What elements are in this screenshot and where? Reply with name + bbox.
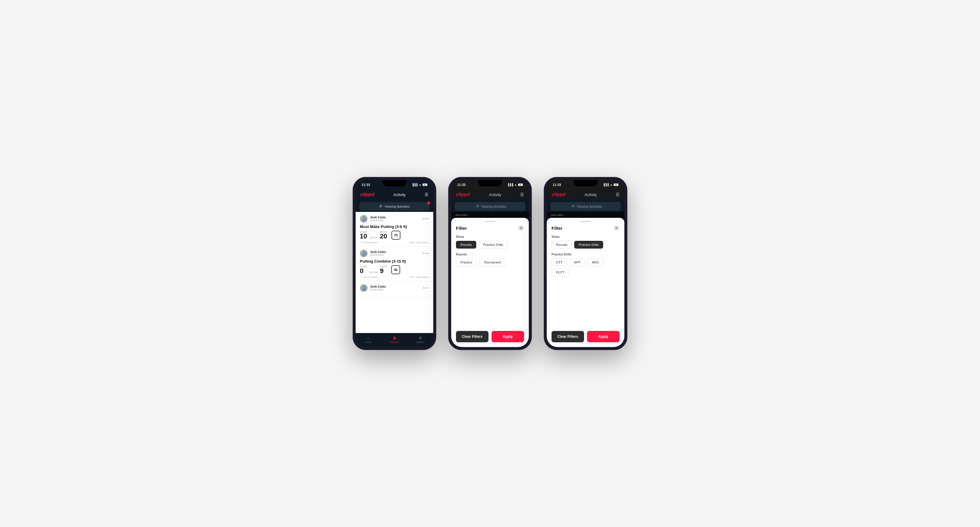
app-header-2: clippd Activity ☰ — [451, 189, 529, 200]
wifi-icon-2: ▲ — [514, 183, 517, 186]
phone-2: 11:33 ▐▐▐ ▲ 51 clippd Activity ☰ ⚙ Viewi… — [448, 177, 532, 350]
apply-button-2[interactable]: Apply — [492, 331, 524, 342]
card-title-2: Putting Combine (3-15 ft) — [360, 259, 429, 264]
card-footer-2: ⓘ Test Information Data: Clippd Capture — [360, 275, 429, 278]
avatar-2: 🏌 — [360, 249, 368, 257]
tournament-chip-2[interactable]: Tournament — [479, 259, 506, 266]
viewing-banner-text-3: Viewing Activities — [577, 205, 602, 208]
time-3: 11:33 — [553, 183, 561, 187]
viewing-activities-banner-1[interactable]: ⚙ Viewing Activities — [359, 202, 430, 211]
shots-group-1: Shots 20 — [380, 231, 387, 240]
user-details-1: Josh Coles 28 Feb 2023 — [370, 216, 386, 222]
apply-button-3[interactable]: Apply — [587, 331, 620, 342]
filter-title-3: Filter — [552, 225, 563, 231]
score-value-2: 0 — [360, 268, 367, 274]
status-bar-3: 11:33 ▐▐▐ ▲ 51 — [547, 180, 624, 189]
viewing-banner-text-2: Viewing Activities — [481, 205, 506, 208]
logo-2: clippd — [456, 192, 470, 197]
status-icons-2: ▐▐▐ ▲ 51 — [508, 183, 523, 186]
more-dots-3[interactable]: ••• — [423, 286, 429, 290]
bottom-nav-1: ⌂ Home ♟ Activities ⊕ Capture — [356, 333, 433, 347]
user-info-2: 🏌 Josh Coles 28 Feb 2023 — [360, 249, 386, 257]
avatar-person-2: 🏌 — [361, 251, 366, 256]
filter-sheet-3: Filter ✕ Show Rounds Practice Drills Pra… — [547, 218, 624, 347]
avatar-inner-2: 🏌 — [360, 250, 367, 257]
score-value-1: 10 — [360, 233, 367, 240]
signal-icon-2: ▐▐▐ — [508, 183, 513, 186]
filter-header-3: Filter ✕ — [547, 224, 624, 234]
more-dots-1[interactable]: ••• — [423, 216, 429, 221]
user-peek-3: Josh Coles ... — [551, 214, 565, 216]
app-chip-3[interactable]: APP — [570, 259, 585, 266]
card-title-1: Must Make Putting (3-6 ft) — [360, 224, 429, 229]
phone-3: 11:33 ▐▐▐ ▲ 51 clippd Activity ☰ ⚙ Viewi… — [544, 177, 627, 350]
capture-label-1: Capture — [416, 341, 424, 343]
user-details-3: Josh Coles 28 Feb 2023 — [370, 285, 386, 291]
status-bar-1: 11:33 ▐▐▐ ▲ 51 — [356, 180, 433, 189]
card-stats-1: Score 10 OUT OF Shots 20 75 — [360, 231, 429, 240]
notch-2 — [478, 180, 502, 187]
activity-card-3: 🏌 Josh Coles 28 Feb 2023 ••• — [356, 281, 433, 296]
time-2: 11:33 — [457, 183, 466, 187]
logo-1: clippd — [360, 192, 374, 197]
wifi-icon: ▲ — [418, 183, 421, 186]
user-info-3: 🏌 Josh Coles 28 Feb 2023 — [360, 284, 386, 292]
hamburger-icon-1[interactable]: ☰ — [425, 192, 428, 197]
time-1: 11:33 — [361, 183, 370, 187]
nav-capture-1[interactable]: ⊕ Capture — [407, 335, 433, 343]
filter-title-2: Filter — [456, 225, 467, 231]
user-name-2: Josh Coles — [370, 250, 386, 254]
filter-body-2: Show Rounds Practice Drills Rounds Pract… — [451, 234, 529, 327]
filter-close-button-3[interactable]: ✕ — [614, 225, 620, 231]
test-info-2: ⓘ Test Information — [360, 275, 378, 278]
wifi-icon-3: ▲ — [610, 183, 612, 186]
practice-drills-chip-2[interactable]: Practice Drills — [479, 241, 508, 249]
viewing-activities-banner-3: ⚙ Viewing Activities — [550, 202, 621, 211]
user-date-1: 28 Feb 2023 — [370, 219, 386, 222]
card-header-3: 🏌 Josh Coles 28 Feb 2023 ••• — [360, 284, 429, 292]
hamburger-icon-3[interactable]: ☰ — [616, 192, 620, 197]
user-date-2: 28 Feb 2023 — [370, 254, 386, 256]
home-label-1: Home — [366, 341, 372, 343]
filter-close-button-2[interactable]: ✕ — [518, 225, 524, 231]
more-dots-2[interactable]: ••• — [423, 251, 429, 256]
user-details-2: Josh Coles 28 Feb 2023 — [370, 250, 386, 256]
avatar-1: 🏌 — [360, 215, 368, 222]
shots-value-2: 9 — [380, 268, 387, 274]
card-header-1: 🏌 Josh Coles 28 Feb 2023 ••• — [360, 215, 429, 222]
clear-filters-button-3[interactable]: Clear Filters — [552, 331, 584, 342]
ott-chip-3[interactable]: OTT — [552, 259, 567, 266]
score-group-1: Score 10 — [360, 231, 367, 240]
activity-card-2: 🏌 Josh Coles 28 Feb 2023 ••• Putting Com… — [356, 246, 433, 281]
overlay-strip-2: Josh Coles ... — [451, 212, 529, 218]
nav-activities-1[interactable]: ♟ Activities — [382, 335, 407, 343]
data-source-1: Data: Clippd Capture — [410, 241, 429, 243]
avatar-person-1: 🏌 — [361, 217, 366, 221]
card-footer-1: ⓘ Test Information Data: Clippd Capture — [360, 241, 429, 244]
arg-chip-3[interactable]: ARG — [587, 259, 603, 266]
status-bar-2: 11:33 ▐▐▐ ▲ 51 — [451, 180, 529, 189]
info-icon-1: ⓘ — [360, 241, 362, 244]
activity-content-1: 🏌 Josh Coles 28 Feb 2023 ••• Must Make P… — [356, 212, 433, 333]
filter-header-2: Filter ✕ — [451, 224, 529, 234]
user-peek-2: Josh Coles ... — [455, 214, 470, 216]
practice-drills-chip-3[interactable]: Practice Drills — [574, 241, 603, 249]
filter-handle-2 — [485, 221, 495, 222]
hamburger-icon-2[interactable]: ☰ — [520, 192, 524, 197]
overlay-strip-3: Josh Coles ... — [547, 212, 624, 218]
user-date-3: 28 Feb 2023 — [370, 288, 386, 291]
home-icon-1: ⌂ — [367, 335, 370, 340]
filter-body-3: Show Rounds Practice Drills Practice Dri… — [547, 234, 624, 327]
filter-sheet-2: Filter ✕ Show Rounds Practice Drills Rou… — [451, 218, 529, 347]
rounds-chip-2[interactable]: Rounds — [456, 241, 476, 249]
nav-home-1[interactable]: ⌂ Home — [356, 335, 382, 343]
status-icons-3: ▐▐▐ ▲ 51 — [603, 183, 619, 186]
battery-icon-3: 51 — [614, 184, 619, 186]
putt-chip-3[interactable]: PUTT — [552, 268, 569, 276]
practice-chip-2[interactable]: Practice — [456, 259, 477, 266]
out-of-2: OUT OF — [370, 271, 377, 273]
rounds-chips-2: Practice Tournament — [456, 259, 524, 266]
clear-filters-button-2[interactable]: Clear Filters — [456, 331, 488, 342]
rounds-chip-3[interactable]: Rounds — [552, 241, 572, 249]
phones-container: 11:33 ▐▐▐ ▲ 51 clippd Activity ☰ ⚙ Viewi… — [353, 177, 627, 350]
